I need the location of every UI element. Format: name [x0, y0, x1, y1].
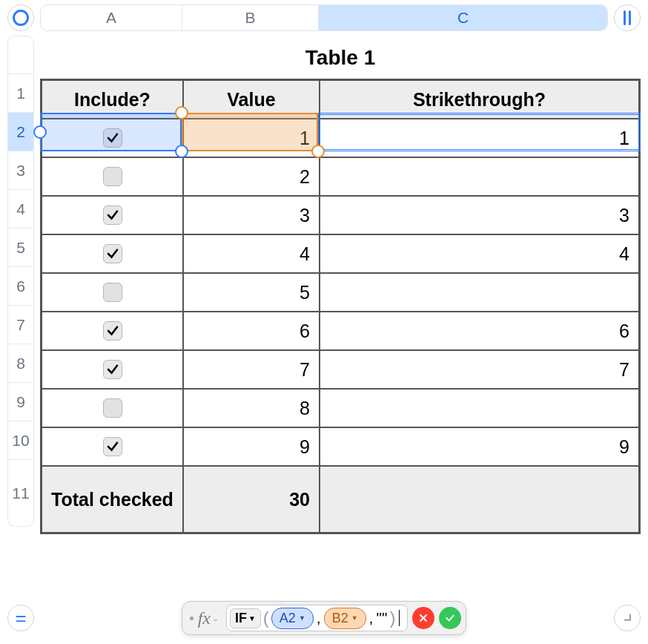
cell-a5[interactable] [42, 234, 183, 273]
return-icon [621, 612, 633, 624]
x-icon [417, 612, 429, 624]
row-header-7[interactable]: 7 [7, 306, 34, 344]
cell-ref-b2[interactable]: B2▼ [324, 608, 366, 629]
table-row: 6 6 [42, 312, 639, 350]
row-header-3[interactable]: 3 [7, 151, 34, 190]
table-row: 3 3 [42, 196, 639, 234]
checkbox-icon[interactable] [103, 244, 122, 263]
checkbox-icon[interactable] [103, 206, 122, 225]
select-all-button[interactable] [7, 4, 34, 31]
column-header-c[interactable]: C [319, 5, 607, 30]
cell-b2[interactable]: 1 [183, 119, 320, 157]
formula-bar: fx⌄ IF▼ ( A2▼ , B2▼ , "" ) [182, 601, 467, 635]
cell-a8[interactable] [42, 350, 183, 389]
header-cell-strike[interactable]: Strikethrough? [320, 80, 639, 119]
row-header-10[interactable]: 10 [7, 421, 34, 460]
text-caret [399, 610, 400, 626]
cell-c2[interactable]: 1 [320, 119, 639, 157]
column-options-button[interactable] [614, 4, 641, 31]
confirm-formula-button[interactable] [439, 607, 461, 629]
cell-b4[interactable]: 3 [183, 196, 320, 234]
column-header-bar: A B C [40, 4, 608, 31]
table-row: 7 7 [42, 350, 639, 389]
check-icon [444, 612, 456, 624]
checkbox-icon[interactable] [103, 321, 122, 341]
cell-a7[interactable] [42, 312, 183, 350]
ring-icon [13, 10, 29, 26]
table-row: 4 4 [42, 234, 639, 273]
cell-c11[interactable] [320, 466, 639, 533]
row-header-11[interactable]: 11 [7, 460, 34, 527]
comma: , [315, 609, 323, 627]
cell-b7[interactable]: 6 [183, 312, 320, 350]
table-title[interactable]: Table 1 [40, 36, 641, 79]
function-token[interactable]: IF▼ [230, 608, 261, 628]
cell-c8[interactable]: 7 [320, 350, 639, 389]
cell-b5[interactable]: 4 [183, 234, 320, 273]
cell-a10[interactable] [42, 427, 183, 466]
cell-b6[interactable]: 5 [183, 273, 320, 312]
cell-b10[interactable]: 9 [183, 427, 320, 466]
table-row: 2 [42, 157, 639, 196]
table-row: 1 1 [42, 119, 639, 157]
paren-close: ) [389, 608, 396, 628]
row-header-9[interactable]: 9 [7, 383, 34, 421]
row-header-5[interactable]: 5 [7, 229, 34, 267]
row-header-bar: 1 2 3 4 5 6 7 8 9 10 11 [7, 36, 34, 534]
row-header-4[interactable]: 4 [7, 190, 34, 229]
cell-b11[interactable]: 30 [183, 466, 320, 533]
expand-button[interactable] [614, 605, 641, 631]
header-cell-include[interactable]: Include? [42, 80, 183, 119]
cell-c6[interactable] [320, 273, 639, 312]
cell-a4[interactable] [42, 196, 183, 234]
row-header-2[interactable]: 2 [7, 113, 34, 151]
row-header-8[interactable]: 8 [7, 344, 34, 383]
checkbox-icon[interactable] [103, 128, 122, 148]
cell-a6[interactable] [42, 273, 183, 312]
formula-input[interactable]: IF▼ ( A2▼ , B2▼ , "" ) [226, 605, 408, 631]
checkbox-icon[interactable] [103, 360, 122, 379]
fx-icon[interactable]: fx⌄ [187, 608, 222, 628]
row-header-1[interactable]: 1 [7, 74, 34, 113]
columns-icon [624, 10, 631, 25]
cell-c9[interactable] [320, 389, 639, 427]
comma: , [368, 609, 375, 627]
string-literal: "" [376, 609, 387, 627]
checkbox-icon[interactable] [103, 167, 122, 186]
cell-b9[interactable]: 8 [183, 389, 320, 427]
cell-a9[interactable] [42, 389, 183, 427]
column-header-a[interactable]: A [41, 5, 182, 30]
row-header-spacer [7, 36, 34, 74]
spreadsheet-grid: Include? Value Strikethrough? 1 1 2 3 3 [40, 79, 641, 534]
cell-a3[interactable] [42, 157, 183, 196]
table-row: 9 9 [42, 427, 639, 466]
table-row: 5 [42, 273, 639, 312]
cell-c4[interactable]: 3 [320, 196, 639, 234]
checkbox-icon[interactable] [103, 437, 122, 456]
cancel-formula-button[interactable] [412, 607, 434, 629]
checkbox-icon[interactable] [103, 398, 122, 418]
cell-c3[interactable] [320, 157, 639, 196]
cell-a11[interactable]: Total checked [42, 466, 183, 533]
column-header-b[interactable]: B [182, 5, 319, 30]
cell-c7[interactable]: 6 [320, 312, 639, 350]
row-header-6[interactable]: 6 [7, 267, 34, 306]
cell-c10[interactable]: 9 [320, 427, 639, 466]
cell-a2[interactable] [42, 119, 183, 157]
checkbox-icon[interactable] [103, 283, 122, 302]
footer-row: Total checked 30 [42, 466, 639, 533]
header-cell-value[interactable]: Value [183, 80, 320, 119]
table-row: 8 [42, 389, 639, 427]
equals-button[interactable]: = [7, 605, 34, 631]
cell-ref-a2[interactable]: A2▼ [271, 608, 314, 629]
cell-c5[interactable]: 4 [320, 234, 639, 273]
paren-open: ( [262, 608, 270, 628]
cell-b3[interactable]: 2 [183, 157, 320, 196]
header-row: Include? Value Strikethrough? [42, 80, 639, 119]
cell-b8[interactable]: 7 [183, 350, 320, 389]
